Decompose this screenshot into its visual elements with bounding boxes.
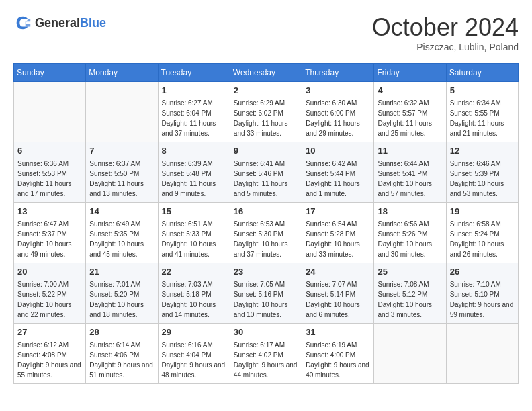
calendar-cell bbox=[446, 324, 518, 384]
calendar-cell: 3Sunrise: 6:30 AM Sunset: 6:00 PM Daylig… bbox=[302, 82, 374, 142]
calendar-cell: 14Sunrise: 6:49 AM Sunset: 5:35 PM Dayli… bbox=[86, 203, 158, 263]
day-number: 20 bbox=[17, 266, 82, 278]
weekday-header-row: SundayMondayTuesdayWednesdayThursdayFrid… bbox=[14, 64, 519, 82]
location: Piszczac, Lublin, Poland bbox=[372, 42, 519, 52]
weekday-header-saturday: Saturday bbox=[446, 64, 518, 82]
title-block: October 2024 Piszczac, Lublin, Poland bbox=[372, 13, 519, 52]
calendar-cell: 17Sunrise: 6:54 AM Sunset: 5:28 PM Dayli… bbox=[302, 203, 374, 263]
day-number: 22 bbox=[162, 266, 226, 278]
day-number: 2 bbox=[234, 85, 298, 97]
calendar-cell: 27Sunrise: 6:12 AM Sunset: 4:08 PM Dayli… bbox=[14, 324, 86, 384]
calendar-cell bbox=[14, 82, 86, 142]
day-number: 31 bbox=[306, 326, 370, 338]
calendar-cell: 24Sunrise: 7:07 AM Sunset: 5:14 PM Dayli… bbox=[302, 263, 374, 324]
calendar-cell: 31Sunrise: 6:19 AM Sunset: 4:00 PM Dayli… bbox=[302, 324, 374, 384]
day-info: Sunrise: 6:54 AM Sunset: 5:28 PM Dayligh… bbox=[306, 219, 370, 259]
calendar-cell: 19Sunrise: 6:58 AM Sunset: 5:24 PM Dayli… bbox=[446, 203, 518, 263]
day-info: Sunrise: 6:19 AM Sunset: 4:00 PM Dayligh… bbox=[306, 340, 370, 380]
calendar-cell: 10Sunrise: 6:42 AM Sunset: 5:44 PM Dayli… bbox=[302, 142, 374, 203]
calendar-cell: 23Sunrise: 7:05 AM Sunset: 5:16 PM Dayli… bbox=[230, 263, 302, 324]
day-number: 1 bbox=[162, 85, 226, 97]
day-info: Sunrise: 6:30 AM Sunset: 6:00 PM Dayligh… bbox=[306, 98, 370, 138]
calendar-cell: 11Sunrise: 6:44 AM Sunset: 5:41 PM Dayli… bbox=[374, 142, 446, 203]
day-info: Sunrise: 6:16 AM Sunset: 4:04 PM Dayligh… bbox=[162, 340, 226, 380]
day-info: Sunrise: 6:44 AM Sunset: 5:41 PM Dayligh… bbox=[378, 158, 442, 199]
calendar-cell: 15Sunrise: 6:51 AM Sunset: 5:33 PM Dayli… bbox=[158, 203, 230, 263]
calendar-cell: 2Sunrise: 6:29 AM Sunset: 6:02 PM Daylig… bbox=[230, 82, 302, 142]
calendar-week-row: 6Sunrise: 6:36 AM Sunset: 5:53 PM Daylig… bbox=[14, 142, 519, 203]
day-number: 3 bbox=[306, 85, 370, 97]
day-number: 19 bbox=[450, 205, 515, 218]
calendar-cell: 1Sunrise: 6:27 AM Sunset: 6:04 PM Daylig… bbox=[158, 82, 230, 142]
day-info: Sunrise: 7:07 AM Sunset: 5:14 PM Dayligh… bbox=[306, 279, 370, 320]
day-info: Sunrise: 6:27 AM Sunset: 6:04 PM Dayligh… bbox=[162, 98, 226, 138]
month-title: October 2024 bbox=[372, 13, 519, 42]
calendar-cell: 25Sunrise: 7:08 AM Sunset: 5:12 PM Dayli… bbox=[374, 263, 446, 324]
day-info: Sunrise: 6:49 AM Sunset: 5:35 PM Dayligh… bbox=[89, 219, 154, 259]
day-number: 27 bbox=[17, 326, 82, 338]
day-number: 16 bbox=[234, 205, 298, 218]
day-number: 23 bbox=[234, 266, 298, 278]
day-number: 11 bbox=[378, 145, 442, 157]
calendar-cell bbox=[374, 324, 446, 384]
page-header: GeneralBlue October 2024 Piszczac, Lubli… bbox=[13, 13, 519, 52]
day-number: 15 bbox=[162, 205, 226, 218]
calendar-cell: 21Sunrise: 7:01 AM Sunset: 5:20 PM Dayli… bbox=[86, 263, 158, 324]
calendar-table: SundayMondayTuesdayWednesdayThursdayFrid… bbox=[13, 63, 519, 384]
day-info: Sunrise: 6:34 AM Sunset: 5:55 PM Dayligh… bbox=[450, 98, 515, 138]
day-number: 26 bbox=[450, 266, 515, 278]
day-info: Sunrise: 6:46 AM Sunset: 5:39 PM Dayligh… bbox=[450, 158, 515, 199]
day-number: 21 bbox=[89, 266, 154, 278]
calendar-week-row: 20Sunrise: 7:00 AM Sunset: 5:22 PM Dayli… bbox=[14, 263, 519, 324]
day-number: 4 bbox=[378, 85, 442, 97]
day-info: Sunrise: 6:17 AM Sunset: 4:02 PM Dayligh… bbox=[234, 340, 298, 380]
calendar-cell: 7Sunrise: 6:37 AM Sunset: 5:50 PM Daylig… bbox=[86, 142, 158, 203]
calendar-body: 1Sunrise: 6:27 AM Sunset: 6:04 PM Daylig… bbox=[14, 82, 519, 384]
calendar-cell: 16Sunrise: 6:53 AM Sunset: 5:30 PM Dayli… bbox=[230, 203, 302, 263]
day-number: 18 bbox=[378, 205, 442, 218]
day-info: Sunrise: 6:36 AM Sunset: 5:53 PM Dayligh… bbox=[17, 158, 82, 199]
calendar-cell: 30Sunrise: 6:17 AM Sunset: 4:02 PM Dayli… bbox=[230, 324, 302, 384]
calendar-cell: 6Sunrise: 6:36 AM Sunset: 5:53 PM Daylig… bbox=[14, 142, 86, 203]
calendar-cell bbox=[86, 82, 158, 142]
day-number: 5 bbox=[450, 85, 515, 97]
day-info: Sunrise: 6:14 AM Sunset: 4:06 PM Dayligh… bbox=[89, 340, 154, 380]
logo: GeneralBlue bbox=[13, 13, 106, 32]
day-number: 9 bbox=[234, 145, 298, 157]
calendar-cell: 12Sunrise: 6:46 AM Sunset: 5:39 PM Dayli… bbox=[446, 142, 518, 203]
day-info: Sunrise: 7:00 AM Sunset: 5:22 PM Dayligh… bbox=[17, 279, 82, 320]
day-info: Sunrise: 6:51 AM Sunset: 5:33 PM Dayligh… bbox=[162, 219, 226, 259]
calendar-week-row: 1Sunrise: 6:27 AM Sunset: 6:04 PM Daylig… bbox=[14, 82, 519, 142]
day-info: Sunrise: 7:10 AM Sunset: 5:10 PM Dayligh… bbox=[450, 279, 515, 320]
calendar-cell: 26Sunrise: 7:10 AM Sunset: 5:10 PM Dayli… bbox=[446, 263, 518, 324]
calendar-cell: 29Sunrise: 6:16 AM Sunset: 4:04 PM Dayli… bbox=[158, 324, 230, 384]
day-info: Sunrise: 6:32 AM Sunset: 5:57 PM Dayligh… bbox=[378, 98, 442, 138]
day-number: 17 bbox=[306, 205, 370, 218]
calendar-cell: 9Sunrise: 6:41 AM Sunset: 5:46 PM Daylig… bbox=[230, 142, 302, 203]
day-number: 6 bbox=[17, 145, 82, 157]
calendar-cell: 4Sunrise: 6:32 AM Sunset: 5:57 PM Daylig… bbox=[374, 82, 446, 142]
day-info: Sunrise: 7:05 AM Sunset: 5:16 PM Dayligh… bbox=[234, 279, 298, 320]
day-info: Sunrise: 7:01 AM Sunset: 5:20 PM Dayligh… bbox=[89, 279, 154, 320]
weekday-header-monday: Monday bbox=[86, 64, 158, 82]
day-number: 24 bbox=[306, 266, 370, 278]
calendar-cell: 20Sunrise: 7:00 AM Sunset: 5:22 PM Dayli… bbox=[14, 263, 86, 324]
day-info: Sunrise: 6:29 AM Sunset: 6:02 PM Dayligh… bbox=[234, 98, 298, 138]
calendar-cell: 18Sunrise: 6:56 AM Sunset: 5:26 PM Dayli… bbox=[374, 203, 446, 263]
day-info: Sunrise: 6:42 AM Sunset: 5:44 PM Dayligh… bbox=[306, 158, 370, 199]
day-number: 14 bbox=[89, 205, 154, 218]
calendar-cell: 5Sunrise: 6:34 AM Sunset: 5:55 PM Daylig… bbox=[446, 82, 518, 142]
calendar-week-row: 13Sunrise: 6:47 AM Sunset: 5:37 PM Dayli… bbox=[14, 203, 519, 263]
weekday-header-sunday: Sunday bbox=[14, 64, 86, 82]
calendar-cell: 8Sunrise: 6:39 AM Sunset: 5:48 PM Daylig… bbox=[158, 142, 230, 203]
day-info: Sunrise: 6:37 AM Sunset: 5:50 PM Dayligh… bbox=[89, 158, 154, 199]
logo-icon bbox=[13, 13, 32, 32]
day-number: 25 bbox=[378, 266, 442, 278]
day-number: 28 bbox=[89, 326, 154, 338]
day-info: Sunrise: 6:53 AM Sunset: 5:30 PM Dayligh… bbox=[234, 219, 298, 259]
day-info: Sunrise: 7:08 AM Sunset: 5:12 PM Dayligh… bbox=[378, 279, 442, 320]
day-number: 29 bbox=[162, 326, 226, 338]
day-info: Sunrise: 6:39 AM Sunset: 5:48 PM Dayligh… bbox=[162, 158, 226, 199]
day-info: Sunrise: 6:41 AM Sunset: 5:46 PM Dayligh… bbox=[234, 158, 298, 199]
day-number: 7 bbox=[89, 145, 154, 157]
